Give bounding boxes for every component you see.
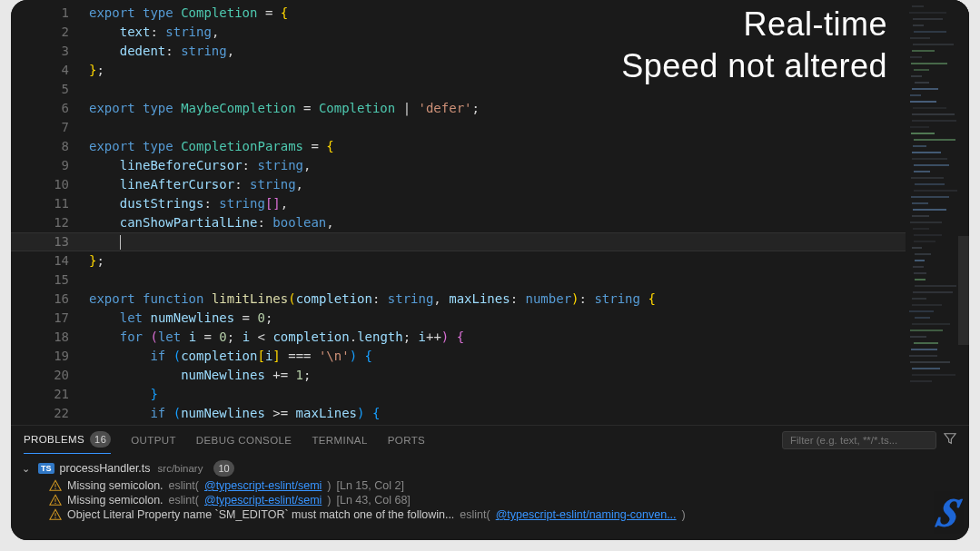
problems-file-name: processHandler.ts bbox=[60, 462, 151, 475]
overlay-line1: Real-time bbox=[621, 4, 887, 45]
problem-source: eslint( bbox=[169, 494, 199, 507]
svg-point-3 bbox=[54, 503, 55, 504]
line-number: 6 bbox=[11, 99, 89, 118]
tab-problems[interactable]: PROBLEMS16 bbox=[24, 426, 111, 454]
problems-filter-box bbox=[782, 431, 956, 449]
problem-location: [Ln 15, Col 2] bbox=[337, 479, 404, 492]
code-line[interactable] bbox=[89, 271, 969, 290]
problems-file-row[interactable]: ⌄ TS processHandler.ts src/binary 10 bbox=[18, 458, 969, 478]
filter-icon[interactable] bbox=[944, 432, 956, 448]
text-cursor bbox=[120, 235, 121, 250]
problem-row[interactable]: Missing semicolon. eslint(@typescript-es… bbox=[18, 493, 969, 507]
svg-point-5 bbox=[54, 517, 55, 518]
code-editor-area[interactable]: 12345678910111213141516171819202122 expo… bbox=[11, 0, 969, 425]
line-number: 16 bbox=[11, 290, 89, 309]
code-line[interactable]: if (numNewlines >= maxLines) { bbox=[89, 404, 969, 423]
line-number: 1 bbox=[11, 4, 89, 23]
line-number: 9 bbox=[11, 156, 89, 175]
warning-icon bbox=[49, 508, 62, 521]
code-line[interactable]: lineAfterCursor: string, bbox=[89, 175, 969, 194]
problem-source: eslint( bbox=[169, 479, 199, 492]
bottom-panel: PROBLEMS16OUTPUTDEBUG CONSOLETERMINALPOR… bbox=[11, 425, 969, 540]
chevron-down-icon[interactable]: ⌄ bbox=[22, 463, 33, 475]
tab-output[interactable]: OUTPUT bbox=[131, 429, 176, 451]
code-line[interactable]: export type CompletionParams = { bbox=[89, 137, 969, 156]
code-line[interactable]: lineBeforeCursor: string, bbox=[89, 156, 969, 175]
code-line[interactable]: export function limitLines(completion: s… bbox=[89, 290, 969, 309]
code-line[interactable]: dustStrings: string[], bbox=[89, 194, 969, 213]
code-line[interactable]: for (let i = 0; i < completion.length; i… bbox=[89, 328, 969, 347]
warning-icon bbox=[49, 494, 62, 507]
code-line[interactable]: }; bbox=[89, 251, 969, 271]
problem-row[interactable]: Object Literal Property name `SM_EDITOR`… bbox=[18, 507, 969, 522]
brand-logo: 𝑺 bbox=[935, 491, 949, 535]
line-number: 5 bbox=[11, 80, 89, 99]
line-number: 22 bbox=[11, 404, 89, 423]
line-number: 14 bbox=[11, 251, 89, 271]
problems-file-path: src/binary bbox=[158, 463, 203, 474]
line-number: 17 bbox=[11, 309, 89, 328]
problems-filter-input[interactable] bbox=[782, 431, 936, 449]
minimap[interactable] bbox=[906, 0, 969, 425]
line-number: 11 bbox=[11, 194, 89, 213]
ts-file-icon: TS bbox=[38, 463, 54, 474]
code-line[interactable] bbox=[89, 232, 969, 251]
minimap-scroll-thumb[interactable] bbox=[958, 236, 969, 345]
tab-debug[interactable]: DEBUG CONSOLE bbox=[196, 429, 292, 451]
code-line[interactable] bbox=[89, 118, 969, 137]
code-line[interactable]: } bbox=[89, 385, 969, 404]
problems-list: ⌄ TS processHandler.ts src/binary 10 Mis… bbox=[11, 455, 969, 522]
line-number: 13 bbox=[11, 232, 89, 251]
overlay-line2: Speed not altered bbox=[621, 45, 887, 87]
editor-window: 12345678910111213141516171819202122 expo… bbox=[11, 0, 969, 540]
code-line[interactable]: if (completion[i] === '\n') { bbox=[89, 347, 969, 366]
problem-source: eslint( bbox=[460, 508, 490, 521]
problems-file-count: 10 bbox=[213, 460, 233, 477]
line-number: 20 bbox=[11, 366, 89, 385]
problem-message: Object Literal Property name `SM_EDITOR`… bbox=[67, 508, 454, 521]
line-number: 2 bbox=[11, 23, 89, 42]
problem-location: [Ln 43, Col 68] bbox=[337, 494, 411, 507]
code-line[interactable]: let numNewlines = 0; bbox=[89, 309, 969, 328]
line-number: 19 bbox=[11, 347, 89, 366]
problem-rule-link[interactable]: @typescript-eslint/semi bbox=[204, 494, 322, 507]
line-number: 21 bbox=[11, 385, 89, 404]
problem-message: Missing semicolon. bbox=[67, 494, 163, 507]
tab-badge: 16 bbox=[90, 431, 111, 448]
overlay-caption: Real-time Speed not altered bbox=[621, 4, 887, 87]
line-number-gutter: 12345678910111213141516171819202122 bbox=[11, 0, 89, 425]
line-number: 3 bbox=[11, 42, 89, 61]
warning-icon bbox=[49, 479, 62, 492]
code-line[interactable]: canShowPartialLine: boolean, bbox=[89, 213, 969, 232]
line-number: 10 bbox=[11, 175, 89, 194]
svg-point-1 bbox=[54, 488, 55, 489]
line-number: 15 bbox=[11, 271, 89, 290]
problem-message: Missing semicolon. bbox=[67, 479, 163, 492]
tab-terminal[interactable]: TERMINAL bbox=[312, 429, 367, 451]
panel-tab-bar: PROBLEMS16OUTPUTDEBUG CONSOLETERMINALPOR… bbox=[11, 426, 969, 455]
code-line[interactable]: export type MaybeCompletion = Completion… bbox=[89, 99, 969, 118]
code-line[interactable]: numNewlines += 1; bbox=[89, 366, 969, 385]
line-number: 7 bbox=[11, 118, 89, 137]
line-number: 12 bbox=[11, 213, 89, 232]
problem-rule-link[interactable]: @typescript-eslint/semi bbox=[204, 479, 322, 492]
problem-rule-link[interactable]: @typescript-eslint/naming-conven... bbox=[496, 508, 677, 521]
problem-row[interactable]: Missing semicolon. eslint(@typescript-es… bbox=[18, 478, 969, 493]
line-number: 18 bbox=[11, 328, 89, 347]
tab-ports[interactable]: PORTS bbox=[388, 429, 425, 451]
line-number: 8 bbox=[11, 137, 89, 156]
line-number: 4 bbox=[11, 61, 89, 80]
